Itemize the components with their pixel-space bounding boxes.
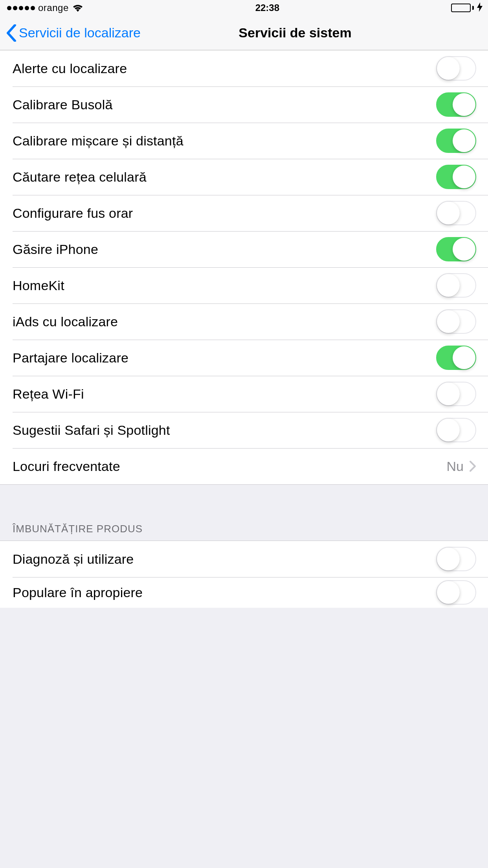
back-button[interactable]: Servicii de localizare bbox=[6, 24, 141, 42]
toggle-knob bbox=[453, 93, 475, 116]
toggle-knob bbox=[437, 581, 460, 604]
toggle-knob bbox=[453, 166, 475, 188]
toggle-knob bbox=[437, 383, 460, 405]
navigation-bar: Servicii de localizare Servicii de siste… bbox=[0, 16, 488, 50]
toggle-knob bbox=[437, 202, 460, 224]
carrier-label: orange bbox=[38, 2, 69, 13]
section-gap bbox=[0, 484, 488, 509]
row-label: Locuri frecventate bbox=[13, 459, 447, 474]
charging-icon bbox=[477, 2, 482, 14]
row-label: Găsire iPhone bbox=[13, 242, 436, 257]
service-row-6: HomeKit bbox=[0, 267, 488, 303]
row-label: Configurare fus orar bbox=[13, 206, 436, 221]
service-row-9: Rețea Wi-Fi bbox=[0, 376, 488, 412]
toggle-switch[interactable] bbox=[436, 92, 476, 117]
service-row-2: Calibrare mișcare și distanță bbox=[0, 123, 488, 159]
toggle-knob bbox=[453, 238, 475, 261]
settings-list-2: Diagnoză și utilizarePopulare în apropie… bbox=[0, 541, 488, 608]
toggle-switch[interactable] bbox=[436, 382, 476, 406]
toggle-switch[interactable] bbox=[436, 580, 476, 605]
back-label: Servicii de localizare bbox=[19, 25, 141, 40]
section-header-product-improvement: ÎMBUNĂTĂȚIRE PRODUS bbox=[0, 509, 488, 541]
improve-row-0: Diagnoză și utilizare bbox=[0, 541, 488, 577]
service-row-4: Configurare fus orar bbox=[0, 195, 488, 231]
row-label: Partajare localizare bbox=[13, 350, 436, 366]
toggle-switch[interactable] bbox=[436, 165, 476, 189]
toggle-knob bbox=[437, 274, 460, 297]
settings-list-frequent: Locuri frecventate Nu bbox=[0, 448, 488, 484]
signal-strength-icon bbox=[7, 6, 35, 10]
toggle-switch[interactable] bbox=[436, 418, 476, 442]
row-label: Alerte cu localizare bbox=[13, 61, 436, 76]
improve-row-1: Populare în apropiere bbox=[0, 577, 488, 608]
service-row-0: Alerte cu localizare bbox=[0, 50, 488, 86]
status-bar-right bbox=[451, 2, 482, 14]
toggle-knob bbox=[437, 548, 460, 570]
row-detail-value: Nu bbox=[447, 459, 464, 474]
toggle-knob bbox=[437, 310, 460, 333]
toggle-switch[interactable] bbox=[436, 273, 476, 298]
toggle-switch[interactable] bbox=[436, 346, 476, 370]
status-bar-left: orange bbox=[7, 2, 84, 13]
toggle-knob bbox=[453, 129, 475, 152]
row-label: Căutare rețea celulară bbox=[13, 169, 436, 185]
toggle-switch[interactable] bbox=[436, 237, 476, 261]
row-label: Calibrare mișcare și distanță bbox=[13, 133, 436, 149]
toggle-switch[interactable] bbox=[436, 56, 476, 81]
row-label: Rețea Wi-Fi bbox=[13, 386, 436, 402]
row-frequent-locations[interactable]: Locuri frecventate Nu bbox=[0, 448, 488, 484]
page-title: Servicii de sistem bbox=[238, 25, 351, 40]
service-row-8: Partajare localizare bbox=[0, 340, 488, 376]
wifi-icon bbox=[72, 4, 84, 12]
settings-list: Alerte cu localizareCalibrare BusolăCali… bbox=[0, 50, 488, 448]
row-label: HomeKit bbox=[13, 278, 436, 293]
row-label: Calibrare Busolă bbox=[13, 97, 436, 112]
toggle-knob bbox=[437, 57, 460, 80]
service-row-1: Calibrare Busolă bbox=[0, 86, 488, 123]
service-row-10: Sugestii Safari și Spotlight bbox=[0, 412, 488, 448]
row-label: Diagnoză și utilizare bbox=[13, 552, 436, 567]
service-row-3: Căutare rețea celulară bbox=[0, 159, 488, 195]
status-bar-time: 22:38 bbox=[255, 2, 279, 13]
chevron-left-icon bbox=[6, 24, 17, 42]
toggle-switch[interactable] bbox=[436, 129, 476, 153]
service-row-5: Găsire iPhone bbox=[0, 231, 488, 267]
row-label: Populare în apropiere bbox=[13, 585, 436, 600]
row-label: Sugestii Safari și Spotlight bbox=[13, 423, 436, 438]
battery-icon bbox=[451, 4, 474, 12]
service-row-7: iAds cu localizare bbox=[0, 303, 488, 340]
toggle-switch[interactable] bbox=[436, 201, 476, 225]
chevron-right-icon bbox=[469, 460, 476, 472]
status-bar: orange 22:38 bbox=[0, 0, 488, 16]
toggle-knob bbox=[437, 419, 460, 441]
toggle-switch[interactable] bbox=[436, 309, 476, 334]
toggle-switch[interactable] bbox=[436, 547, 476, 571]
row-label: iAds cu localizare bbox=[13, 314, 436, 329]
toggle-knob bbox=[453, 346, 475, 369]
